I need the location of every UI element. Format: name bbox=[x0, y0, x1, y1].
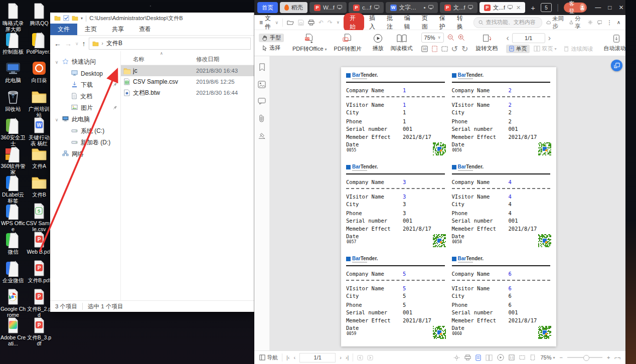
nav-item-新加卷 (D:)[interactable]: 新加卷 (D:) bbox=[50, 137, 120, 148]
actual-size-status-icon[interactable]: 1:1 bbox=[509, 354, 515, 360]
document-tab-6[interactable]: P文...f✕ bbox=[480, 2, 526, 13]
desktop-icon-icon[interactable]: 嗨格式录屏大师 bbox=[0, 3, 26, 32]
explorer-tab-共享[interactable]: 共享 bbox=[104, 24, 131, 35]
desktop-icon-googlechrome[interactable]: Google Chrome bbox=[0, 288, 26, 318]
quick-access-folder-icon[interactable] bbox=[72, 15, 78, 21]
desktop-icon-adobecreati[interactable]: Adobe Creati... bbox=[0, 317, 26, 346]
zoom-select[interactable]: 75%∨ bbox=[421, 33, 444, 43]
qat-dropdown-icon[interactable]: ▾ bbox=[81, 16, 83, 21]
more-icon[interactable]: ⋮ bbox=[606, 19, 612, 26]
fullscreen-icon[interactable]: ⌐¬ bbox=[614, 355, 620, 360]
auto-scroll-button[interactable]: 自动滚动 ▾ bbox=[601, 34, 625, 52]
nav-item-快速访问[interactable]: ∨快速访问 bbox=[50, 56, 120, 68]
desktop-icon-potplayer[interactable]: PotPlayer.. bbox=[26, 31, 52, 55]
pdf-canvas[interactable]: BarTender.Company Name1VIsitor Name1City… bbox=[270, 56, 625, 350]
nav-item-网络[interactable]: 网络 bbox=[50, 148, 120, 160]
desktop-icon-a[interactable]: 文件A bbox=[26, 145, 52, 169]
back-icon[interactable]: ← bbox=[54, 40, 61, 48]
desktop-icon-360[interactable]: 360安全卫士 bbox=[0, 117, 26, 146]
double-page-button[interactable]: 双页▾ bbox=[531, 45, 559, 53]
undo-icon[interactable]: ↶ bbox=[319, 19, 324, 26]
next-page-icon[interactable]: › bbox=[340, 354, 342, 360]
actual-size-icon[interactable]: 10 bbox=[421, 46, 428, 52]
nav-item-下载[interactable]: 下载 bbox=[50, 79, 120, 91]
navigation-toggle[interactable]: 导航 bbox=[259, 354, 278, 361]
last-page-icon[interactable]: ›| bbox=[346, 354, 349, 360]
sync-status[interactable]: 未同步 bbox=[546, 15, 565, 30]
tab-list-button[interactable]: 5 bbox=[541, 3, 552, 12]
first-page-icon[interactable]: |‹ bbox=[286, 354, 290, 360]
jump-forward-icon[interactable] bbox=[367, 355, 373, 360]
nav-item-Desktop[interactable]: Desktop bbox=[50, 68, 120, 79]
tab-home[interactable]: 首页 bbox=[257, 2, 278, 13]
explorer-tab-主页[interactable]: 主页 bbox=[77, 24, 104, 35]
zoom-in-status-icon[interactable]: + bbox=[607, 354, 610, 360]
continuous-read-button[interactable]: 连续阅读 bbox=[560, 45, 596, 53]
document-tab-4[interactable]: W文字文稿1• bbox=[386, 2, 438, 13]
document-tab-3[interactable]: Pc...f bbox=[349, 2, 384, 13]
expander-icon[interactable]: ∨ bbox=[54, 60, 59, 65]
desktop-icon-qq[interactable]: 腾讯QQ bbox=[26, 3, 52, 26]
expander-icon[interactable]: ∨ bbox=[54, 117, 59, 122]
comment-icon[interactable] bbox=[258, 98, 266, 105]
desktop-icon-b_2pd[interactable]: P文件B_2.pd bbox=[26, 288, 52, 318]
address-bar[interactable]: › 文件B bbox=[89, 38, 251, 50]
desktop-icon-wpsoffice[interactable]: WPS Office bbox=[0, 203, 26, 232]
menu-批注[interactable]: 批注 bbox=[383, 13, 399, 32]
page-indicator-input[interactable]: 1/1 bbox=[512, 33, 545, 43]
zoom-slider[interactable] bbox=[567, 357, 602, 358]
zoom-out-icon[interactable] bbox=[447, 34, 454, 41]
zoom-in-icon[interactable] bbox=[458, 34, 465, 41]
desktop-icon-icon[interactable]: 此电脑 bbox=[0, 60, 26, 83]
desktop-icon-csvsamplecsv[interactable]: SCSV Sample.csv bbox=[26, 203, 52, 232]
desktop-icon-webbpdf[interactable]: PWeb B.pdf bbox=[26, 231, 52, 255]
fit-page-icon[interactable] bbox=[431, 46, 438, 52]
open-folder-icon[interactable] bbox=[287, 20, 294, 26]
attachment-icon[interactable] bbox=[258, 114, 265, 122]
settings-gear-icon[interactable] bbox=[588, 19, 593, 26]
close-button[interactable]: ✕ bbox=[618, 4, 623, 11]
rotate-left-icon[interactable]: ↺ bbox=[451, 44, 458, 54]
more-commands-icon[interactable]: ∨ bbox=[337, 20, 340, 25]
save-icon[interactable] bbox=[298, 20, 304, 26]
file-row-CSV Sample.csv[interactable]: CSV Sample.csv2019/8/6 12:25 bbox=[121, 76, 255, 87]
document-tab-2[interactable]: PW...f bbox=[309, 2, 347, 13]
breadcrumb[interactable]: 文件B bbox=[106, 39, 122, 48]
fit-width-status-icon[interactable] bbox=[519, 354, 525, 360]
double-page-view-icon[interactable] bbox=[486, 354, 493, 361]
prev-page-icon[interactable]: ‹ bbox=[294, 354, 296, 360]
play-status-icon[interactable] bbox=[497, 354, 504, 361]
fit-width-icon[interactable] bbox=[441, 46, 448, 52]
new-tab-button[interactable]: + bbox=[527, 4, 539, 12]
zoom-out-status-icon[interactable]: − bbox=[559, 354, 562, 360]
tab-docer[interactable]: 稻壳 bbox=[280, 2, 307, 13]
reading-mode-button[interactable]: 阅读模式 bbox=[388, 34, 415, 52]
desktop-icon-icon[interactable]: 回收站 bbox=[0, 88, 26, 112]
eye-protect-icon[interactable] bbox=[453, 354, 460, 361]
document-tab-5[interactable]: P文...f bbox=[440, 2, 478, 13]
desktop-icon-360[interactable]: 360软件管家 bbox=[0, 145, 26, 175]
redo-icon[interactable]: ↷ bbox=[328, 19, 333, 26]
status-zoom-value[interactable]: 75%▾ bbox=[540, 354, 555, 360]
column-header-date[interactable]: 修改日期 bbox=[196, 56, 255, 63]
desktop-icon-d[interactable]: W关键行动表 杨红珍）.d.. bbox=[26, 117, 52, 146]
desktop-icon-icon[interactable]: 控制面板 bbox=[0, 31, 26, 55]
file-row-文档B.btw[interactable]: 文档B.btw2021/8/30 16:44 bbox=[121, 87, 255, 98]
recent-dropdown-icon[interactable]: ∨ bbox=[75, 41, 79, 46]
collapse-ribbon-icon[interactable]: ∧ bbox=[617, 20, 620, 25]
wps-assistant-floating-button[interactable] bbox=[611, 60, 622, 71]
feedback-icon[interactable] bbox=[597, 20, 602, 26]
minimize-button[interactable]: — bbox=[595, 4, 601, 11]
nav-item-图片[interactable]: 图片 bbox=[50, 102, 120, 114]
next-page-icon[interactable]: › bbox=[548, 34, 551, 43]
guest-login-button[interactable]: 访客登录 bbox=[564, 3, 587, 13]
file-row-jc[interactable]: jc2021/8/30 16:43 bbox=[121, 65, 255, 76]
menu-开始[interactable]: 开始 bbox=[344, 13, 364, 32]
file-menu-button[interactable]: ≡ 文件 ∨ bbox=[259, 14, 278, 31]
desktop-icon-icon[interactable]: 向日葵 bbox=[26, 60, 52, 83]
print-icon[interactable] bbox=[308, 20, 314, 26]
column-header-name[interactable]: 名称 bbox=[121, 56, 196, 63]
zoom-slider-knob[interactable] bbox=[583, 355, 589, 361]
single-page-button[interactable]: 单页 bbox=[506, 45, 530, 53]
menu-转换[interactable]: 转换 bbox=[453, 13, 469, 32]
